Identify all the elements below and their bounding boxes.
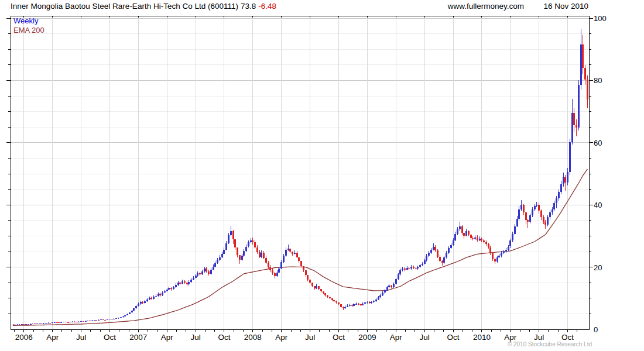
candle [576,125,577,128]
candle [45,323,47,324]
candle [83,321,84,322]
y-tick-label: 0 [594,325,598,334]
candle [318,286,320,289]
candle [285,250,287,256]
candle [261,253,262,256]
candle [509,240,511,247]
candle [39,324,40,324]
candle [205,269,207,271]
candle [364,302,366,304]
candle [175,285,177,287]
candle [155,296,157,297]
x-tick-label: Oct [333,333,345,342]
candle [294,253,296,254]
candle [47,323,49,324]
candle [190,280,192,282]
candle [98,320,100,321]
copyright-notice: © 2010 Stockcube Research Ltd [508,341,592,347]
stock-chart-page: { "header": { "title": "Inner Mongolia B… [0,0,644,351]
candle [342,307,344,308]
candle [371,302,372,303]
candle [289,249,291,252]
candle [223,250,225,254]
price-chart-canvas: 0204060801002006AprJulOct2007AprJulOct20… [0,0,644,351]
candle [74,322,76,322]
candle [459,226,461,229]
candle [208,271,210,274]
candle [221,254,223,257]
candle [430,250,432,253]
candle [362,304,364,305]
candle [347,306,348,307]
candle [280,262,282,269]
candle [138,304,139,305]
candle [358,304,359,304]
candle [474,238,476,239]
candle [168,288,170,290]
candle [483,240,485,242]
candle [448,248,450,253]
candle [443,257,445,263]
candle [278,269,280,273]
candle [446,253,447,257]
candle [558,192,560,198]
candle [340,304,342,307]
candle [338,302,340,304]
candle [525,212,527,220]
candle [512,234,513,240]
candle [43,324,44,324]
candle [567,172,568,183]
candle [129,312,131,314]
candle [327,295,328,297]
candle [16,325,18,325]
candle [516,219,518,226]
candle [311,283,313,285]
candle [560,184,562,192]
candle [379,295,381,298]
candle [49,323,51,324]
candle [245,247,247,251]
candle [67,322,69,323]
candle [263,253,265,258]
candle [131,311,133,312]
x-tick-label: 2008 [244,333,262,342]
candle [463,233,465,236]
candle [109,319,111,319]
candle [296,253,298,257]
candle [424,260,426,263]
candle [305,270,307,276]
candle [150,298,152,299]
website-link[interactable]: www.fullermoney.com [448,2,524,11]
candle [324,293,326,295]
candle [360,304,362,305]
candle [95,320,97,321]
candle [153,297,155,299]
candle [162,292,163,295]
candle [399,270,401,274]
y-tick-label: 100 [594,14,607,23]
candle [25,324,27,325]
candle [382,292,383,295]
candle [323,291,324,293]
candle [390,285,392,287]
candle [256,247,258,253]
candle [564,177,566,183]
candle [80,321,82,322]
candle [219,257,221,260]
candle [40,324,42,324]
candle [388,285,390,287]
candle [468,231,470,235]
x-tick-label: Jul [534,333,544,342]
candle [274,273,276,276]
candle [353,304,355,306]
candle [553,203,555,209]
candle [395,279,397,284]
candle [228,235,229,243]
y-tick-label: 60 [594,139,602,147]
candle [547,217,549,225]
candle [32,324,33,324]
candle [410,267,412,269]
candle [58,322,60,323]
candle [536,205,537,207]
candle [563,177,564,184]
